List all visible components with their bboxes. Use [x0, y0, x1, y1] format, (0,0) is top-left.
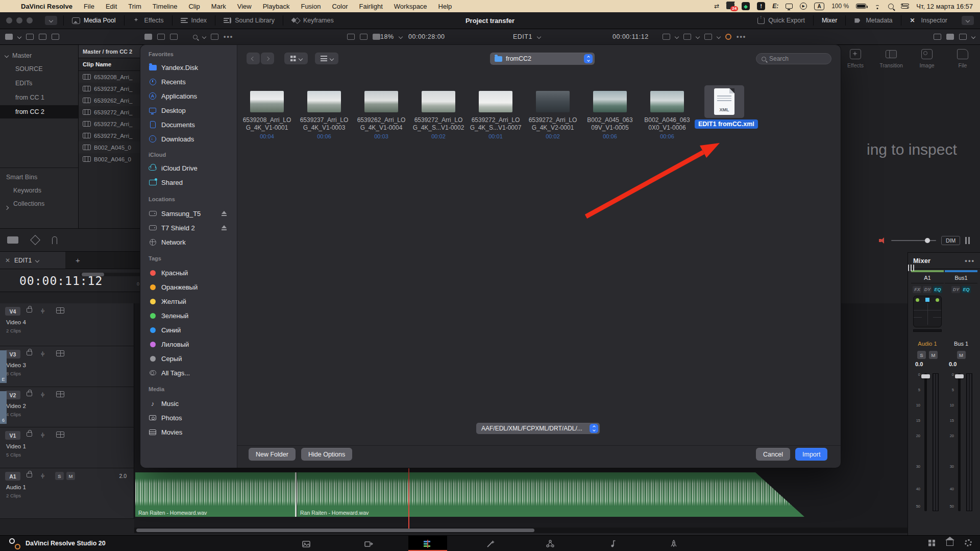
- titlebar-right-chevron-button[interactable]: [962, 16, 974, 25]
- track-header-v4[interactable]: V4 ‹|› Video 4 2 Clips: [0, 303, 134, 346]
- sidebar-item-samsung-t5[interactable]: Samsung_T5: [144, 207, 233, 220]
- mini-scrollbar-track[interactable]: [80, 273, 143, 276]
- page-deliver[interactable]: [663, 536, 685, 551]
- audio-clip-2[interactable]: Ran Raiten - Homeward.wav: [297, 472, 804, 517]
- file-item[interactable]: 6539272_Arri_LOG_4K_S...V1-0007 00:01: [466, 91, 525, 139]
- sidebar-item-movies[interactable]: Movies: [144, 426, 233, 438]
- clip-row[interactable]: 6539208_Arri_: [79, 71, 143, 83]
- close-tab-icon[interactable]: ✕: [5, 257, 10, 264]
- trim-icon[interactable]: ‹|›: [41, 392, 44, 397]
- menu-trim[interactable]: Trim: [122, 3, 147, 10]
- page-color[interactable]: [539, 536, 561, 551]
- back-button[interactable]: [247, 53, 260, 64]
- bin-from-cc2-selected[interactable]: from CC 2: [0, 105, 78, 118]
- camera-icon[interactable]: [934, 34, 941, 40]
- sidebar-tag-gray[interactable]: Серый: [144, 352, 233, 365]
- sidebar-tag-purple[interactable]: Лиловый: [144, 338, 233, 350]
- lock-icon[interactable]: [27, 308, 32, 313]
- bin-source[interactable]: SOURCE: [0, 62, 78, 76]
- trim-icon[interactable]: ‹|›: [41, 473, 44, 478]
- mute-speaker-icon[interactable]: [879, 237, 886, 244]
- sort-icon[interactable]: [211, 34, 218, 40]
- sidebar-all-tags[interactable]: All Tags...: [144, 367, 233, 379]
- track-badge[interactable]: V4: [5, 307, 20, 316]
- sidebar-item-downloads[interactable]: Downloads: [144, 133, 233, 145]
- new-folder-button[interactable]: New Folder: [249, 448, 296, 461]
- video-clip-sliver[interactable]: 6: [0, 391, 7, 424]
- page-edit-active[interactable]: [408, 536, 447, 551]
- sidebar-tag-yellow[interactable]: Желтый: [144, 295, 233, 307]
- strip-name[interactable]: Bus1: [945, 272, 977, 283]
- thumbnail-view-icon[interactable]: [157, 34, 165, 40]
- monitor-level-slider[interactable]: [891, 240, 936, 241]
- meter-bars-icon[interactable]: [965, 237, 970, 244]
- fader-handle[interactable]: [955, 374, 964, 378]
- playhead[interactable]: [408, 468, 409, 529]
- timeline-view-options-icon[interactable]: [7, 236, 18, 244]
- pan-depth-bar[interactable]: [913, 329, 942, 332]
- sidebar-item-documents[interactable]: Documents: [144, 118, 233, 131]
- track-header-v3[interactable]: V3 ‹|› Video 3 8 Clips: [0, 346, 134, 387]
- clip-row[interactable]: 6539272_Arri_: [79, 106, 143, 118]
- menu-playback[interactable]: Playback: [257, 3, 296, 10]
- track-header-a1[interactable]: A1 ‹|› S M 2.0 Audio 1 2 Clips: [0, 468, 134, 519]
- timeline-scroll-thumb[interactable]: [136, 529, 534, 532]
- lock-icon[interactable]: [27, 473, 32, 477]
- strip-name[interactable]: A1: [911, 272, 944, 283]
- sidebar-tag-red[interactable]: Красный: [144, 267, 233, 279]
- mute-button[interactable]: M: [957, 351, 966, 359]
- fader-groove[interactable]: [924, 373, 927, 511]
- flag-tool-icon[interactable]: [39, 34, 46, 40]
- wifi-icon[interactable]: [873, 4, 881, 9]
- file-item-selected-xml[interactable]: XML EDIT1 fromCC.xml: [695, 91, 754, 129]
- smart-bins-keywords[interactable]: Keywords: [13, 187, 41, 194]
- menubar-clock[interactable]: Чт, 12 марта 16:57: [916, 3, 973, 10]
- add-timeline-button[interactable]: +: [76, 256, 80, 265]
- settings-gear-icon[interactable]: [965, 539, 972, 546]
- control-center-icon[interactable]: [901, 4, 909, 9]
- collections-chevron-icon[interactable]: [5, 202, 8, 211]
- track-badge[interactable]: V3: [5, 350, 20, 358]
- link-dropdown-icon[interactable]: [683, 34, 691, 40]
- track-badge[interactable]: V1: [5, 431, 20, 440]
- effects-tool-button[interactable]: Effects: [841, 49, 870, 68]
- keyframes-button[interactable]: Keyframes: [283, 12, 342, 29]
- menu-file[interactable]: File: [78, 3, 100, 10]
- sidebar-item-t7-shield[interactable]: T7 Shield 2: [144, 222, 233, 234]
- solo-button[interactable]: S: [917, 351, 926, 359]
- clapper-status-icon[interactable]: 24: [726, 2, 734, 10]
- track-badge[interactable]: A1: [5, 472, 20, 481]
- panel-chevron-icon[interactable]: [17, 35, 21, 39]
- track-header-v1[interactable]: V1 ‹|› Video 1 5 Clips: [0, 427, 134, 468]
- spotlight-icon[interactable]: [888, 4, 894, 9]
- bin-master[interactable]: Master: [0, 49, 78, 62]
- display-status-icon[interactable]: [786, 2, 793, 10]
- group-view-select[interactable]: [315, 53, 338, 64]
- bin-from-cc1[interactable]: from CC 1: [0, 91, 78, 104]
- titlebar-chevron-button[interactable]: [45, 16, 57, 25]
- dynamics-badge[interactable]: DY: [951, 286, 960, 293]
- image-tool-button[interactable]: Image: [913, 49, 941, 68]
- fx-badge[interactable]: FX: [913, 286, 921, 293]
- page-media[interactable]: [295, 536, 317, 551]
- edit-point[interactable]: [295, 472, 297, 517]
- sound-library-button[interactable]: Sound Library: [215, 12, 283, 29]
- fader-handle[interactable]: [921, 374, 930, 378]
- timeline-scroll-track[interactable]: [134, 528, 910, 533]
- sidebar-item-recents[interactable]: Recents: [144, 76, 233, 88]
- pen-tool-icon[interactable]: [26, 34, 34, 40]
- page-fusion[interactable]: [479, 536, 502, 551]
- mixer-button[interactable]: Mixer: [814, 17, 846, 24]
- panel-toggle-icon[interactable]: [5, 34, 13, 40]
- sidebar-item-network[interactable]: Network: [144, 236, 233, 248]
- inspector-button[interactable]: Inspector: [901, 17, 955, 24]
- strip-label[interactable]: Bus 1: [945, 339, 977, 349]
- file-item[interactable]: B002_A046_0630X0_V1-0006 00:06: [638, 91, 697, 139]
- smart-bins-collections[interactable]: Collections: [13, 200, 44, 207]
- eject-icon[interactable]: [220, 209, 228, 218]
- mute-button[interactable]: M: [929, 351, 938, 359]
- effects-button[interactable]: Effects: [125, 12, 172, 29]
- sidebar-item-applications[interactable]: AApplications: [144, 90, 233, 102]
- project-manager-icon[interactable]: [928, 540, 935, 546]
- file-item[interactable]: 6539262_Arri_LOG_4K_V1-0004 00:03: [352, 91, 411, 139]
